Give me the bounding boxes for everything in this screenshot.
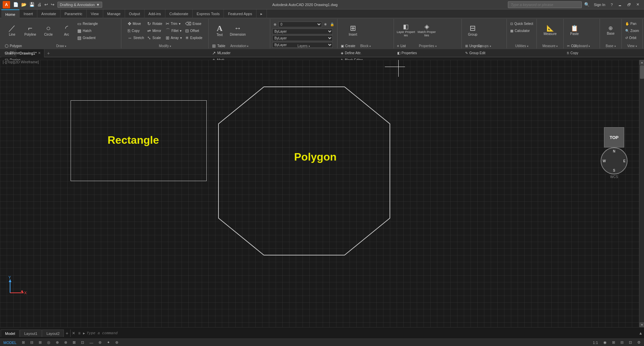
tab-featured-apps[interactable]: Featured Apps bbox=[224, 9, 256, 18]
dimension-button[interactable]: ↔ Dimension bbox=[229, 20, 246, 41]
tab-express-tools[interactable]: Express Tools bbox=[193, 9, 224, 18]
save-btn[interactable]: 💾 bbox=[28, 1, 36, 8]
otrack-btn[interactable]: ⊗ bbox=[62, 339, 69, 346]
copy-clip-btn[interactable]: ⎘ Copy bbox=[566, 49, 579, 56]
group-button[interactable]: ⊟ Group bbox=[464, 20, 481, 41]
model-status-btn[interactable]: MODEL bbox=[1, 339, 18, 346]
layout-tab-model[interactable]: Model bbox=[1, 330, 19, 337]
tab-home[interactable]: Home bbox=[1, 9, 19, 18]
sign-in-btn[interactable]: Sign In bbox=[592, 2, 607, 7]
color-dropdown[interactable]: ByLayer bbox=[272, 29, 333, 34]
osnap-btn[interactable]: ⊕ bbox=[54, 339, 61, 346]
block-group-label[interactable]: Block ▾ bbox=[337, 44, 394, 48]
layout-tab-layout1[interactable]: Layout1 bbox=[20, 330, 42, 337]
close-btn[interactable]: ✕ bbox=[634, 2, 641, 7]
utilities-group-label[interactable]: Utilities ▾ bbox=[507, 44, 536, 48]
layers-group-label[interactable]: Layers ▾ bbox=[270, 44, 337, 48]
tab-manage[interactable]: Manage bbox=[103, 9, 125, 18]
lw-btn[interactable]: — bbox=[87, 339, 95, 346]
tab-addins[interactable]: Add-ins bbox=[145, 9, 165, 18]
tab-annotate[interactable]: Annotate bbox=[37, 9, 61, 18]
properties-palette-btn[interactable]: ◧ Properties bbox=[396, 49, 418, 56]
annotation-visibility-btn[interactable]: ◉ bbox=[601, 339, 609, 346]
command-input[interactable] bbox=[86, 331, 637, 335]
ortho-btn[interactable]: ⊞ bbox=[37, 339, 44, 346]
copy-button[interactable]: ⎘ Copy bbox=[126, 27, 146, 34]
scroll-down-btn[interactable]: ▼ bbox=[640, 322, 644, 327]
offset-button[interactable]: ⊟ Offset bbox=[184, 27, 204, 34]
annotation-group-label[interactable]: Annotation ▾ bbox=[209, 44, 270, 48]
scroll-thumb[interactable] bbox=[640, 65, 644, 79]
fillet-button[interactable]: ⌒ Fillet ▾ bbox=[164, 27, 183, 34]
tab-parametric[interactable]: Parametric bbox=[61, 9, 87, 18]
workspace-switch-btn[interactable]: ⊞ bbox=[610, 339, 617, 346]
scroll-up-btn[interactable]: ▲ bbox=[640, 60, 644, 65]
line-button[interactable]: ／ Line bbox=[3, 20, 21, 41]
redo-btn[interactable]: ↪ bbox=[50, 1, 55, 8]
layer-freeze-btn[interactable]: ❄ bbox=[323, 21, 328, 28]
maximize-btn[interactable]: 🗗 bbox=[625, 2, 633, 7]
base-button[interactable]: ⊕ Base bbox=[602, 20, 619, 41]
layer-properties-button[interactable]: ◧ Layer Properties bbox=[396, 20, 416, 41]
command-options-btn[interactable]: ≡ bbox=[77, 330, 82, 336]
paste-button[interactable]: 📋 Paste bbox=[566, 20, 583, 41]
hatch-button[interactable]: ▦ Hatch bbox=[76, 27, 99, 34]
mirror-button[interactable]: ⇌ Mirror bbox=[146, 27, 163, 34]
add-layout-btn[interactable]: + bbox=[64, 331, 70, 336]
grid-btn[interactable]: ⊞ bbox=[20, 339, 27, 346]
define-attr-btn[interactable]: ◈ Define Attr. bbox=[339, 49, 364, 56]
dyn-btn[interactable]: ⊡ bbox=[79, 339, 86, 346]
tab-collaborate[interactable]: Collaborate bbox=[165, 9, 193, 18]
layer-lock-btn[interactable]: 🔒 bbox=[329, 21, 335, 28]
tab-more[interactable]: ▸ bbox=[256, 9, 267, 18]
layer-manager-button[interactable]: ⊕ bbox=[272, 21, 278, 28]
layer-dropdown[interactable]: 0 bbox=[278, 22, 322, 27]
group-edit-btn[interactable]: ✎ Group Edit bbox=[464, 49, 487, 56]
match-properties-button[interactable]: ◈ Match Properties bbox=[417, 20, 437, 41]
scale-button[interactable]: ⤡ Scale bbox=[146, 34, 163, 41]
base-group-label[interactable]: Base ▾ bbox=[600, 44, 621, 48]
undo-btn[interactable]: ↩ bbox=[43, 1, 49, 8]
polygon-shape[interactable] bbox=[212, 80, 397, 262]
ellipse-button[interactable]: ⬭ Ellipse bbox=[3, 49, 23, 56]
canvas-area[interactable]: Rectangle Polygon X Y TOP N S E W bbox=[0, 60, 639, 327]
move-button[interactable]: ✥ Move bbox=[126, 20, 146, 27]
ducs-btn[interactable]: ⊠ bbox=[71, 339, 78, 346]
explode-button[interactable]: ✳ Explode bbox=[184, 34, 204, 41]
viewcube-face[interactable]: TOP bbox=[604, 127, 624, 147]
tab-insert[interactable]: Insert bbox=[19, 9, 37, 18]
gradient-button[interactable]: ▧ Gradient bbox=[76, 34, 99, 41]
rotate-button[interactable]: ↻ Rotate bbox=[146, 20, 163, 27]
view-group-label[interactable]: View ▾ bbox=[622, 44, 642, 48]
measure-group-label[interactable]: Measure ▾ bbox=[537, 44, 563, 48]
open-btn[interactable]: 📂 bbox=[20, 1, 28, 8]
print-btn[interactable]: 🖨 bbox=[36, 1, 43, 8]
text-button[interactable]: A Text bbox=[211, 20, 228, 41]
minimize-btn[interactable]: 🗕 bbox=[616, 2, 624, 7]
qp-btn[interactable]: ✦ bbox=[105, 339, 112, 346]
search-input[interactable] bbox=[508, 1, 582, 8]
command-arrow-btn[interactable]: ▸ bbox=[82, 330, 86, 336]
isolate-btn[interactable]: ⊡ bbox=[627, 339, 634, 346]
modify-group-label[interactable]: Modify ▾ bbox=[121, 44, 208, 48]
snap-btn[interactable]: ⊟ bbox=[28, 339, 35, 346]
measure-button[interactable]: 📐 Measure bbox=[541, 20, 559, 41]
command-expand-btn[interactable]: ▲ bbox=[637, 330, 644, 336]
tp-btn[interactable]: ⊚ bbox=[96, 339, 104, 346]
polar-btn[interactable]: ◎ bbox=[45, 339, 52, 346]
search-btn[interactable]: 🔍 bbox=[583, 1, 591, 8]
groups-group-label[interactable]: Groups ▾ bbox=[462, 44, 507, 48]
clipboard-group-label[interactable]: Clipboard ▾ bbox=[564, 44, 600, 48]
sc-btn[interactable]: ⊛ bbox=[113, 339, 120, 346]
calc-btn[interactable]: ▦ Calculator bbox=[509, 27, 534, 34]
workspace-selector[interactable]: Drafting & Annotation ▼ bbox=[57, 2, 102, 8]
linetype-dropdown[interactable]: ByLayer bbox=[272, 35, 333, 41]
erase-button[interactable]: ⌫ Erase bbox=[184, 20, 204, 27]
viewcube[interactable]: TOP N S E W WCS bbox=[599, 127, 629, 174]
properties-group-label[interactable]: Properties ▾ bbox=[394, 44, 462, 48]
layout-tab-layout2[interactable]: Layout2 bbox=[42, 330, 64, 337]
arc-button[interactable]: ◜ Arc bbox=[58, 20, 75, 41]
stretch-button[interactable]: ↔ Stretch bbox=[126, 34, 146, 41]
trim-button[interactable]: ✂ Trim ▾ bbox=[164, 20, 183, 27]
settings-btn[interactable]: ⚙ bbox=[635, 339, 643, 346]
